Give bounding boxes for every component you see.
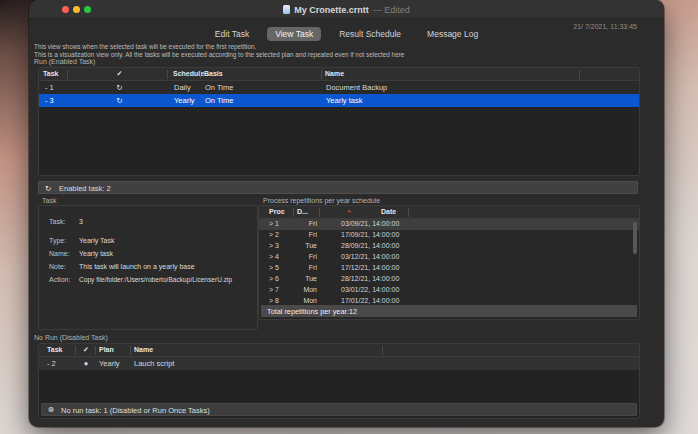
app-window: My Cronette.crntt — Edited 21/ 7/2021, 1… xyxy=(29,0,664,427)
task-id: - 1 xyxy=(45,83,54,92)
rep-date: 28/12/21, 14:00:00 xyxy=(341,275,399,282)
task-details-label: Task xyxy=(42,197,56,204)
window-titlebar[interactable]: My Cronette.crntt — Edited xyxy=(29,0,664,19)
repetition-row-6[interactable]: > 6 Tue 28/12/21, 14:00:00 xyxy=(259,274,639,285)
rep-day: Mon xyxy=(287,297,317,304)
rep-day: Mon xyxy=(287,286,317,293)
task-name: Yearly task xyxy=(326,96,362,105)
column-divider xyxy=(75,346,76,355)
field-label: Name: xyxy=(49,250,70,257)
repetition-row-4[interactable]: > 4 Fri 03/12/21, 14:00:00 xyxy=(259,252,639,263)
rep-day: Tue xyxy=(287,242,317,249)
rep-date: 03/01/22, 14:00:00 xyxy=(341,286,399,293)
rep-proc: > 8 xyxy=(269,297,279,304)
total-repetitions-text: Total repetitions per year:12 xyxy=(267,307,357,316)
col-day[interactable]: D... xyxy=(297,208,308,215)
field-value: Copy file/folder:/Users/roberto/Backup/L… xyxy=(79,276,232,283)
rep-date: 03/12/21, 14:00:00 xyxy=(341,253,399,260)
field-value: Yearly Task xyxy=(79,237,114,244)
col-name[interactable]: Name xyxy=(325,70,344,77)
column-divider xyxy=(130,346,131,355)
norun-section-label: No Run (Disabled Task) xyxy=(34,334,108,341)
rep-proc: > 7 xyxy=(269,286,279,293)
field-label: Action: xyxy=(49,276,70,283)
disabled-status-dot: ● xyxy=(79,359,93,368)
field-label: Type: xyxy=(49,237,66,244)
rep-date: 03/09/21, 14:00:00 xyxy=(341,220,399,227)
sort-indicator-icon[interactable]: + xyxy=(339,208,359,215)
window-title: My Cronette.crntt xyxy=(294,5,369,15)
task-plan: Yearly xyxy=(99,359,120,368)
rep-day: Fri xyxy=(287,231,317,238)
rep-proc: > 1 xyxy=(269,220,279,227)
col-task[interactable]: Task xyxy=(43,70,58,77)
rep-date: 28/09/21, 14:00:00 xyxy=(341,242,399,249)
col-basis[interactable]: Basis xyxy=(204,70,223,77)
repeat-icon: ↻ xyxy=(72,83,167,92)
table-row-task1[interactable]: - 1 ↻ Daily On Time Document Backup xyxy=(39,81,639,94)
repetition-row-5[interactable]: > 5 Fri 17/12/21, 14:00:00 xyxy=(259,263,639,274)
table-row-task2-disabled[interactable]: - 2 ● Yearly Lauch script xyxy=(39,357,639,370)
column-divider xyxy=(200,70,201,79)
repeat-icon: ↻ xyxy=(72,96,167,105)
title-area: My Cronette.crntt — Edited xyxy=(29,0,664,19)
rep-day: Tue xyxy=(287,275,317,282)
repetition-row-1[interactable]: > 1 Fri 03/09/21, 14:00:00 xyxy=(259,219,639,230)
col-check[interactable]: ✓ xyxy=(72,70,167,78)
field-value: 3 xyxy=(79,218,83,225)
view-description-line2: This is a visualization view only. All t… xyxy=(34,51,404,58)
task-id: - 3 xyxy=(45,96,54,105)
rep-day: Fri xyxy=(287,253,317,260)
field-label: Note: xyxy=(49,263,66,270)
field-value: Yearly task xyxy=(79,250,113,257)
col-date[interactable]: Date xyxy=(381,208,396,215)
column-divider xyxy=(382,346,383,355)
run-table-header: Task ✓ Schedule Basis Name xyxy=(39,68,639,81)
vertical-scrollbar-thumb[interactable] xyxy=(633,222,637,254)
repetitions-table: Proc D... + Date > 1 Fri 03/09/21, 14:00… xyxy=(258,205,640,320)
col-proc[interactable]: Proc xyxy=(269,208,285,215)
tab-bar: Edit Task View Task Result Schedule Mess… xyxy=(29,26,664,42)
column-divider xyxy=(95,346,96,355)
col-check[interactable]: ✓ xyxy=(79,346,93,354)
rep-day: Fri xyxy=(287,264,317,271)
task-id: - 2 xyxy=(47,359,56,368)
column-divider xyxy=(408,208,409,217)
col-task[interactable]: Task xyxy=(47,346,62,353)
tab-view-task[interactable]: View Task xyxy=(267,27,321,41)
enabled-task-statusbar: ↻ Enabled task: 2 xyxy=(38,181,638,194)
rep-proc: > 5 xyxy=(269,264,279,271)
rep-proc: > 4 xyxy=(269,253,279,260)
column-divider xyxy=(67,70,68,79)
tab-edit-task[interactable]: Edit Task xyxy=(207,27,257,41)
repetitions-header: Proc D... + Date xyxy=(259,206,639,219)
rep-date: 17/12/21, 14:00:00 xyxy=(341,264,399,271)
col-plan[interactable]: Plan xyxy=(99,346,114,353)
task-name: Lauch script xyxy=(134,359,174,368)
task-basis: On Time xyxy=(205,96,233,105)
column-divider xyxy=(579,70,580,79)
repetition-row-2[interactable]: > 2 Fri 17/09/21, 14:00:00 xyxy=(259,230,639,241)
norun-task-table: Task ✓ Plan Name - 2 ● Yearly Lauch scri… xyxy=(38,343,640,419)
col-name[interactable]: Name xyxy=(134,346,153,353)
edited-indicator: — Edited xyxy=(373,5,410,15)
norun-statusbar: ⊗ No run task: 1 (Disabled or Run Once T… xyxy=(41,403,637,416)
column-divider xyxy=(293,208,294,217)
task-details-panel: Task: 3 Type: Yearly Task Name: Yearly t… xyxy=(38,205,258,330)
task-schedule: Yearly xyxy=(174,96,195,105)
run-task-table: Task ✓ Schedule Basis Name - 1 ↻ Daily O… xyxy=(38,67,640,176)
rep-day: Fri xyxy=(287,220,317,227)
repetition-row-7[interactable]: > 7 Mon 03/01/22, 14:00:00 xyxy=(259,285,639,296)
tab-result-schedule[interactable]: Result Schedule xyxy=(331,27,409,41)
tab-message-log[interactable]: Message Log xyxy=(419,27,486,41)
rep-proc: > 2 xyxy=(269,231,279,238)
repetitions-label: Process repetitions per year schedule xyxy=(263,197,380,204)
column-divider xyxy=(319,208,320,217)
norun-table-header: Task ✓ Plan Name xyxy=(39,344,639,357)
table-row-task3-selected[interactable]: - 3 ↻ Yearly On Time Yearly task xyxy=(39,94,639,107)
norun-task-count: No run task: 1 (Disabled or Run Once Tas… xyxy=(61,406,210,415)
refresh-icon: ↻ xyxy=(45,184,51,193)
task-name: Document Backup xyxy=(326,83,387,92)
rep-date: 17/01/22, 14:00:00 xyxy=(341,297,399,304)
repetition-row-3[interactable]: > 3 Tue 28/09/21, 14:00:00 xyxy=(259,241,639,252)
